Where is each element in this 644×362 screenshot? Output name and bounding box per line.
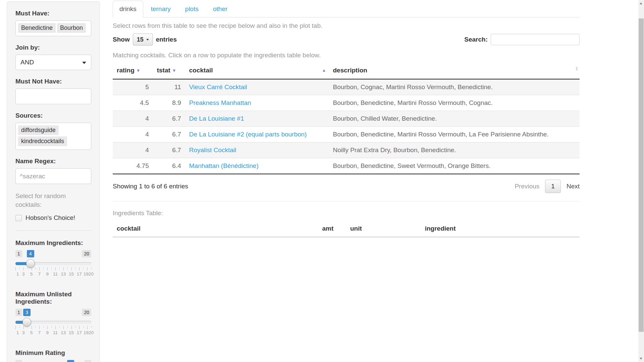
cocktail-link[interactable]: De La Louisiane #2 (equal parts bourbon) bbox=[189, 131, 307, 138]
cocktail-link[interactable]: Manhattan (Bénédictine) bbox=[189, 162, 259, 169]
tag-bourbon[interactable]: Bourbon bbox=[57, 23, 86, 33]
page-scrollbar[interactable] bbox=[638, 0, 644, 362]
slider-tick bbox=[79, 267, 79, 270]
cocktail-link[interactable]: De La Louisiane #1 bbox=[189, 115, 244, 122]
slider-tick bbox=[23, 326, 24, 329]
column-header-tstat[interactable]: tstat▼ bbox=[153, 62, 185, 79]
next-page-button[interactable]: Next bbox=[567, 183, 580, 190]
search-input[interactable] bbox=[491, 34, 580, 45]
pagination: Previous 1 Next bbox=[515, 180, 580, 193]
search-label: Search: bbox=[464, 36, 488, 43]
slider-tick bbox=[91, 267, 92, 269]
intro-text: Select rows from this table to see the r… bbox=[113, 22, 580, 29]
slider-tick bbox=[83, 267, 84, 269]
tstat-cell: 6.4 bbox=[153, 158, 185, 174]
description-cell: Bourbon, Benedictine, Martini Rosso Verm… bbox=[329, 95, 580, 111]
column-header-ingredient-cocktail: cocktail bbox=[113, 221, 318, 237]
cocktail-row[interactable]: 46.7Royalist CocktailNoilly Prat Extra D… bbox=[113, 142, 580, 158]
slider-value-badge: 4 bbox=[27, 250, 34, 257]
cocktail-row[interactable]: 511Vieux Carré CocktailBourbon, Cognac, … bbox=[113, 79, 580, 95]
slider-tick bbox=[83, 326, 84, 328]
slider-tick bbox=[79, 326, 79, 329]
slider-tick bbox=[67, 267, 68, 269]
slider-min-badge: 1 bbox=[15, 250, 22, 257]
column-header-cocktail[interactable]: cocktail ▲ bbox=[185, 62, 329, 79]
tab-plots[interactable]: plots bbox=[178, 1, 205, 17]
slider-grid: 13579111315171920 bbox=[15, 326, 91, 336]
column-header-unit: unit bbox=[346, 221, 421, 237]
join-by-select[interactable]: AND bbox=[15, 55, 91, 70]
slider-tick bbox=[59, 326, 60, 328]
slider-max-badge: 20 bbox=[82, 250, 91, 257]
scrollbar-thumb[interactable] bbox=[639, 18, 644, 332]
tab-drinks[interactable]: drinks bbox=[113, 1, 143, 17]
tstat-cell: 6.7 bbox=[153, 142, 185, 158]
slider-tick-label: 1 bbox=[16, 272, 19, 277]
tab-ternary[interactable]: ternary bbox=[144, 1, 177, 17]
must-not-have-input[interactable] bbox=[15, 88, 91, 104]
slider-tick bbox=[19, 267, 20, 269]
description-cell: Bourbon, Benedictine, Martini Rosso Verm… bbox=[329, 127, 580, 142]
cocktail-link[interactable]: Preakness Manhattan bbox=[189, 99, 251, 106]
page-number-button[interactable]: 1 bbox=[545, 180, 561, 193]
slider-handle[interactable] bbox=[22, 318, 31, 326]
must-have-input[interactable]: BenedictineBourbon bbox=[15, 20, 91, 36]
tab-bar: drinksternaryplotsother bbox=[113, 0, 580, 17]
table-info: Showing 1 to 6 of 6 entries bbox=[113, 183, 188, 190]
join-by-label: Join by: bbox=[15, 44, 91, 51]
slider-tick-label: 15 bbox=[69, 272, 74, 277]
slider-max-badge: 5 bbox=[85, 360, 91, 362]
slider-handle[interactable] bbox=[26, 259, 35, 268]
column-header-amt: amt bbox=[318, 221, 346, 237]
scroll-up-icon[interactable] bbox=[640, 2, 642, 4]
slider-tick bbox=[35, 267, 36, 269]
sort-desc-icon: ▼ bbox=[172, 68, 176, 73]
tag-kindredcocktails[interactable]: kindredcocktails bbox=[18, 136, 67, 146]
max-unlisted-ingredients-slider[interactable] bbox=[15, 321, 91, 324]
slider-tick bbox=[47, 326, 48, 329]
max-ingredients-slider[interactable] bbox=[15, 262, 91, 265]
cocktail-cell: Royalist Cocktail bbox=[185, 142, 329, 158]
slider-tick bbox=[43, 326, 44, 328]
tag-diffordsguide[interactable]: diffordsguide bbox=[18, 125, 59, 135]
slider-tick-label: 7 bbox=[38, 330, 41, 335]
column-header-description[interactable]: description ▲▼ bbox=[329, 62, 580, 79]
scroll-down-icon[interactable] bbox=[640, 358, 642, 360]
slider-tick-label: 9 bbox=[46, 272, 49, 277]
hobsons-choice-checkbox[interactable] bbox=[15, 215, 22, 221]
chevron-down-icon bbox=[146, 39, 149, 41]
cocktail-row[interactable]: 46.7De La Louisiane #1Bourbon, Chilled W… bbox=[113, 111, 580, 127]
must-not-have-label: Must Not Have: bbox=[15, 78, 91, 85]
sources-input[interactable]: diffordsguidekindredcocktails bbox=[15, 123, 91, 150]
cocktail-row[interactable]: 4.756.4Manhattan (Bénédictine)Bourbon, B… bbox=[113, 158, 580, 174]
tag-benedictine[interactable]: Benedictine bbox=[18, 23, 56, 33]
cocktail-link[interactable]: Vieux Carré Cocktail bbox=[189, 83, 247, 90]
slider-tick bbox=[28, 267, 28, 269]
slider-tick bbox=[71, 267, 72, 270]
slider-tick bbox=[91, 326, 92, 328]
cocktail-cell: Manhattan (Bénédictine) bbox=[185, 158, 329, 174]
slider-tick bbox=[32, 267, 32, 270]
column-header-rating[interactable]: rating▼ bbox=[113, 62, 153, 79]
previous-page-button[interactable]: Previous bbox=[515, 183, 539, 190]
cocktail-row[interactable]: 46.7De La Louisiane #2 (equal parts bour… bbox=[113, 127, 580, 142]
slider-tick bbox=[39, 326, 40, 329]
slider-tick bbox=[43, 267, 44, 269]
ingredients-header-row: cocktail amt unit ingredient bbox=[113, 221, 580, 237]
slider-tick-label: 17 bbox=[77, 272, 82, 277]
page-length-select[interactable]: 15 bbox=[133, 34, 153, 46]
show-label: Show bbox=[113, 36, 130, 43]
slider-tick-label: 13 bbox=[61, 272, 66, 277]
chevron-down-icon bbox=[82, 62, 86, 64]
tab-other[interactable]: other bbox=[206, 1, 234, 17]
column-header-ingredient: ingredient bbox=[421, 221, 580, 237]
cocktail-row[interactable]: 4.58.9Preakness ManhattanBourbon, Benedi… bbox=[113, 95, 580, 111]
name-regex-input[interactable] bbox=[15, 168, 91, 184]
slider-min-badge: 1 bbox=[15, 360, 22, 362]
slider-tick-label: 7 bbox=[38, 272, 41, 277]
cocktail-cell: De La Louisiane #2 (equal parts bourbon) bbox=[185, 127, 329, 142]
description-cell: Noilly Prat Extra Dry, Bourbon, Benedict… bbox=[329, 142, 580, 158]
tstat-cell: 6.7 bbox=[153, 127, 185, 142]
cocktail-link[interactable]: Royalist Cocktail bbox=[189, 146, 236, 154]
sort-both-icon: ▲▼ bbox=[575, 66, 578, 71]
